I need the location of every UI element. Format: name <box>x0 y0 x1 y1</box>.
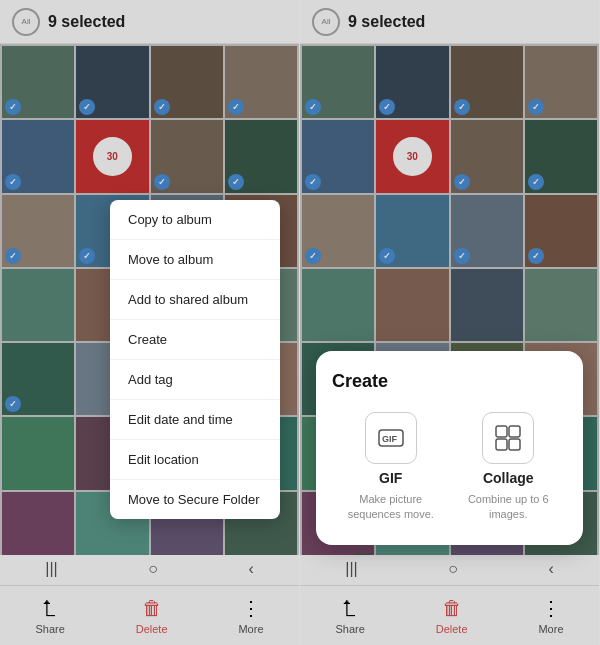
left-panel: All 9 selected 30 Cop <box>0 0 300 645</box>
collage-icon <box>482 412 534 464</box>
svg-rect-4 <box>496 439 507 450</box>
gif-icon: GIF <box>365 412 417 464</box>
right-overlay <box>300 0 599 645</box>
collage-label: Collage <box>483 470 534 486</box>
create-dialog-title: Create <box>332 371 567 392</box>
collage-option[interactable]: Collage Combine up to 6 images. <box>453 412 563 521</box>
menu-copy-album[interactable]: Copy to album <box>110 200 280 240</box>
menu-edit-date[interactable]: Edit date and time <box>110 400 280 440</box>
context-menu: Copy to album Move to album Add to share… <box>110 200 280 519</box>
right-panel: All 9 selected 30 GIF GIF <box>300 0 600 645</box>
menu-create[interactable]: Create <box>110 320 280 360</box>
gif-option[interactable]: GIF GIF Make picture sequences move. <box>336 412 446 521</box>
collage-desc: Combine up to 6 images. <box>453 492 563 521</box>
menu-add-tag[interactable]: Add tag <box>110 360 280 400</box>
svg-text:GIF: GIF <box>382 434 398 444</box>
create-options: GIF GIF Make picture sequences move. Col… <box>332 412 567 521</box>
gif-desc: Make picture sequences move. <box>336 492 446 521</box>
menu-edit-location[interactable]: Edit location <box>110 440 280 480</box>
svg-rect-2 <box>496 426 507 437</box>
menu-secure-folder[interactable]: Move to Secure Folder <box>110 480 280 519</box>
svg-rect-5 <box>509 439 520 450</box>
gif-label: GIF <box>379 470 402 486</box>
menu-move-album[interactable]: Move to album <box>110 240 280 280</box>
svg-rect-3 <box>509 426 520 437</box>
create-dialog: Create GIF GIF Make picture sequences mo… <box>316 351 583 545</box>
menu-add-shared[interactable]: Add to shared album <box>110 280 280 320</box>
